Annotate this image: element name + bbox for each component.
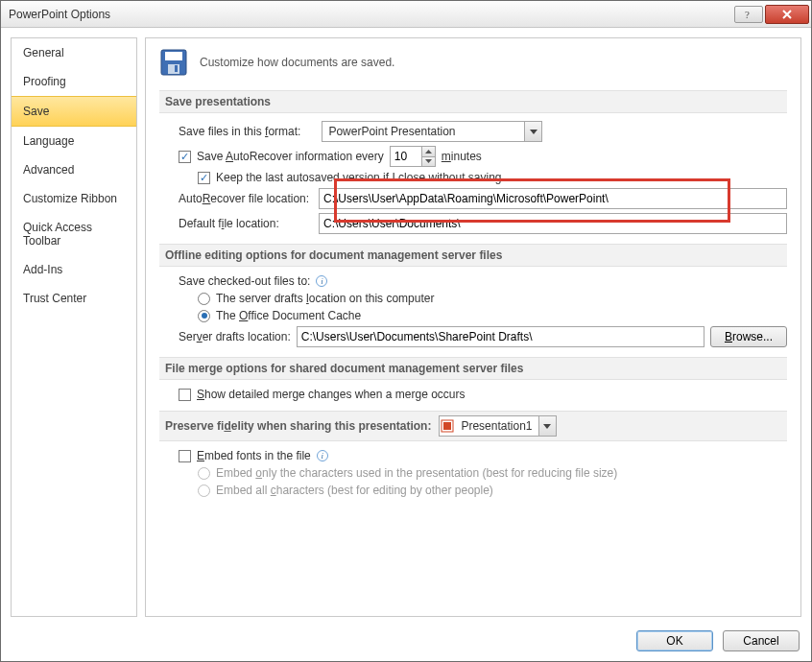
sidebar-item-label: Language [23,134,74,148]
row-server-drafts-location: Server drafts location: Browse... [179,326,787,347]
autorecover-location-label: AutoRecover file location: [179,192,313,205]
options-content: Customize how documents are saved. Save … [145,37,801,617]
page-subtitle: Customize how documents are saved. [200,56,394,69]
radio-office-cache-label: The Office Document Cache [216,309,361,322]
svg-text:?: ? [745,9,750,20]
sidebar-item-label: Quick Access Toolbar [23,221,92,248]
sidebar-item-addins[interactable]: Add-Ins [12,255,136,284]
row-keep-last: Keep the last autosaved version if I clo… [198,171,787,184]
sidebar-item-save[interactable]: Save [12,96,136,127]
row-embed-all: Embed all characters (best for editing b… [198,484,787,497]
radio-embed-only [198,467,210,480]
row-default-location: Default file location: [179,213,787,234]
server-drafts-field[interactable] [297,326,705,347]
autorecover-spinner[interactable] [390,146,436,167]
autorecover-location-field[interactable] [319,188,787,209]
default-location-field[interactable] [319,213,787,234]
page-header: Customize how documents are saved. [159,48,787,77]
autorecover-label: Save AutoRecover information every [197,150,384,163]
row-radio-office-cache: The Office Document Cache [198,309,787,322]
browse-button[interactable]: Browse... [710,326,787,347]
radio-server-drafts[interactable] [198,293,210,305]
section-save-presentations: Save presentations [159,90,787,113]
info-icon[interactable] [316,275,327,287]
server-drafts-label: Server drafts location: [179,330,291,343]
help-button[interactable]: ? [734,6,763,23]
default-location-label: Default file location: [179,217,313,230]
row-autorecover-interval: Save AutoRecover information every minut… [179,146,787,167]
file-format-label: Save files in this format: [179,125,300,138]
sidebar-item-language[interactable]: Language [12,127,136,155]
sidebar-item-label: Trust Center [23,292,86,305]
file-format-dropdown[interactable]: PowerPoint Presentation [322,121,542,142]
sidebar-item-label: Advanced [23,163,74,177]
sidebar-item-label: Add-Ins [23,263,62,276]
spin-down-icon[interactable] [422,157,435,167]
file-format-value: PowerPoint Presentation [322,125,461,138]
sidebar-item-trust-center[interactable]: Trust Center [12,284,136,313]
close-icon [781,10,793,19]
radio-server-drafts-label: The server drafts location on this compu… [216,292,434,305]
row-embed-only: Embed only the characters used in the pr… [198,466,787,480]
titlebar: PowerPoint Options ? [1,1,811,28]
dialog-title: PowerPoint Options [9,8,732,21]
sidebar-item-customize-ribbon[interactable]: Customize Ribbon [12,184,136,213]
show-merge-checkbox[interactable] [179,389,191,401]
svg-rect-2 [165,52,182,60]
presentation-dropdown[interactable]: Presentation1 [439,415,556,437]
save-floppy-icon [159,48,188,77]
options-dialog: PowerPoint Options ? General Proofing Sa… [0,0,812,662]
chevron-down-icon [524,122,541,141]
radio-embed-all [198,485,210,497]
dialog-footer: OK Cancel [1,623,811,661]
chevron-down-icon [538,416,556,436]
sidebar-item-general[interactable]: General [12,38,136,67]
section-preserve: Preserve fidelity when sharing this pres… [159,411,787,441]
presentation-icon [440,418,455,434]
presentation-value: Presentation1 [455,419,537,433]
sidebar-item-label: Proofing [23,75,66,88]
row-file-format: Save files in this format: PowerPoint Pr… [179,121,787,142]
radio-office-cache[interactable] [198,310,210,322]
keep-last-label: Keep the last autosaved version if I clo… [216,171,502,184]
section-offline: Offline editing options for document man… [159,244,787,267]
sidebar-item-qat[interactable]: Quick Access Toolbar [12,213,136,255]
embed-fonts-label: Embed fonts in the file [197,449,311,462]
section-merge: File merge options for shared document m… [159,357,787,380]
sidebar-item-label: Customize Ribbon [23,192,117,205]
row-embed-fonts: Embed fonts in the file [179,449,787,462]
ok-button[interactable]: OK [636,630,713,651]
cancel-button[interactable]: Cancel [723,630,800,651]
svg-rect-4 [175,65,178,72]
radio-embed-only-label: Embed only the characters used in the pr… [216,466,617,480]
options-sidebar: General Proofing Save Language Advanced … [11,37,137,617]
preserve-title: Preserve fidelity when sharing this pres… [165,419,431,433]
minutes-label: minutes [442,150,482,163]
sidebar-item-label: General [23,46,64,59]
autorecover-checkbox[interactable] [179,151,191,163]
sidebar-item-label: Save [23,105,49,118]
row-show-merge: Show detailed merge changes when a merge… [179,388,787,401]
save-to-label: Save checked-out files to: [179,274,310,288]
svg-rect-3 [168,64,179,74]
row-save-to: Save checked-out files to: [179,274,787,288]
close-button[interactable] [765,5,809,24]
keep-last-checkbox[interactable] [198,172,210,184]
row-radio-server-drafts: The server drafts location on this compu… [198,292,787,305]
help-icon: ? [744,9,753,20]
embed-fonts-checkbox[interactable] [179,450,191,462]
svg-rect-6 [443,422,451,430]
info-icon[interactable] [317,450,328,461]
sidebar-item-advanced[interactable]: Advanced [12,155,136,184]
spin-up-icon[interactable] [422,147,435,157]
radio-embed-all-label: Embed all characters (best for editing b… [216,484,493,497]
autorecover-value[interactable] [391,147,421,166]
row-autorecover-location: AutoRecover file location: [179,188,787,209]
show-merge-label: Show detailed merge changes when a merge… [197,388,466,401]
sidebar-item-proofing[interactable]: Proofing [12,67,136,96]
